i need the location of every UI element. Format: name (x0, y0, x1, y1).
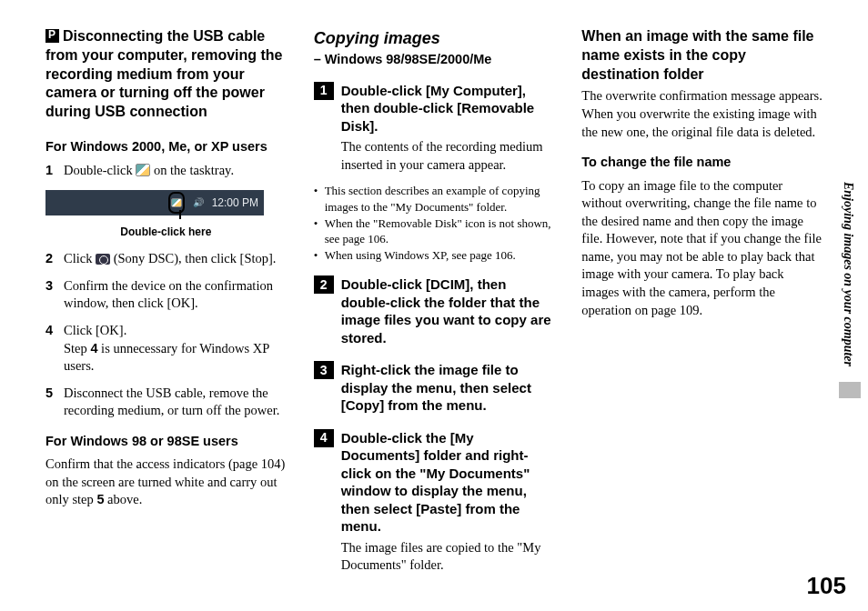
section-heading: Disconnecting the USB cable from your co… (45, 27, 287, 122)
step-4: 4 Click [OK]. Step 4 is unnecessary for … (45, 322, 287, 376)
steps-list-1-cont: 2 Click (Sony DSC), then click [Stop]. 3… (45, 250, 287, 420)
tasktray-screenshot: 🔊 12:00 PM (45, 190, 264, 215)
step-square-icon: 3 (314, 361, 334, 379)
manual-page: Disconnecting the USB cable from your co… (0, 0, 868, 611)
page-number: 105 (807, 572, 846, 600)
tray-slot (168, 195, 185, 211)
black-step-1: 1 Double-click [My Computer], then doubl… (314, 82, 555, 175)
tray-unplug-icon-small (171, 198, 182, 207)
step-detail: The contents of the recording medium ins… (341, 138, 555, 174)
step-square-icon: 1 (314, 82, 334, 100)
step-body: Disconnect the USB cable, remove the rec… (64, 385, 287, 420)
note-item: This section describes an example of cop… (314, 183, 555, 215)
double-click-caption: Double-click here (45, 225, 287, 239)
step-square-icon: 2 (314, 275, 334, 294)
step-body: Click (Sony DSC), then click [Stop]. (64, 250, 287, 268)
black-step-4: 4 Double-click the [My Documents] folder… (314, 429, 555, 575)
camera-icon (96, 254, 110, 265)
step-number: 2 (45, 250, 64, 268)
note-item: When the "Removable Disk" icon is not sh… (314, 215, 555, 247)
section-title: Copying images (314, 27, 555, 49)
section-heading: When an image with the same file name ex… (581, 27, 823, 84)
thumb-tab-icon (839, 382, 861, 398)
heading-text: Disconnecting the USB cable from your co… (45, 28, 282, 119)
steps-list-1: 1 Double-click on the tasktray. (45, 162, 287, 180)
step-body: Confirm the device on the confirmation w… (64, 277, 287, 313)
step-number: 4 (45, 322, 64, 376)
tray-volume-icon: 🔊 (190, 195, 207, 211)
step-square-icon: 4 (314, 429, 334, 447)
black-step-2: 2 Double-click [DCIM], then double-click… (314, 275, 555, 346)
step-text: Double-click [DCIM], then double-click t… (341, 275, 555, 346)
page-side-label: Enjoying images on your computer (841, 182, 855, 366)
os-subheading-1: For Windows 2000, Me, or XP users (45, 138, 287, 156)
subheading: To change the file name (581, 154, 823, 172)
section-subtitle: – Windows 98/98SE/2000/Me (314, 51, 555, 69)
step-3: 3 Confirm the device on the confirmation… (45, 277, 287, 313)
note-item: When using Windows XP, see page 106. (314, 247, 555, 264)
notes-list: This section describes an example of cop… (314, 183, 555, 263)
step-5: 5 Disconnect the USB cable, remove the r… (45, 385, 287, 420)
step-number: 1 (45, 162, 64, 180)
step-1: 1 Double-click on the tasktray. (45, 162, 287, 180)
column-3: When an image with the same file name ex… (581, 27, 823, 589)
step-2: 2 Click (Sony DSC), then click [Stop]. (45, 250, 287, 268)
highlight-circle-icon (168, 192, 185, 214)
paragraph: To copy an image file to the computer wi… (581, 177, 823, 320)
step-body: Double-click on the tasktray. (64, 162, 287, 180)
step-text: Right-click the image file to display th… (341, 361, 555, 415)
os-subheading-2: For Windows 98 or 98SE users (45, 433, 287, 451)
tray-clock: 12:00 PM (212, 195, 258, 210)
step-number: 3 (45, 277, 64, 313)
three-column-layout: Disconnecting the USB cable from your co… (45, 27, 823, 589)
step-text: Double-click the [My Documents] folder a… (341, 429, 555, 575)
step-text: Double-click [My Computer], then double-… (341, 82, 555, 175)
step-detail: The image files are copied to the "My Do… (341, 539, 555, 575)
column-1: Disconnecting the USB cable from your co… (45, 27, 287, 589)
paragraph: Confirm that the access indicators (page… (45, 456, 287, 509)
step-body: Click [OK]. Step 4 is unnecessary for Wi… (64, 322, 287, 376)
tray-unplug-icon (136, 164, 150, 176)
paragraph: The overwrite confirmation message appea… (581, 87, 823, 141)
info-square-icon (45, 29, 59, 43)
black-step-3: 3 Right-click the image file to display … (314, 361, 555, 415)
column-2: Copying images – Windows 98/98SE/2000/Me… (314, 27, 555, 589)
step-number: 5 (45, 385, 64, 420)
